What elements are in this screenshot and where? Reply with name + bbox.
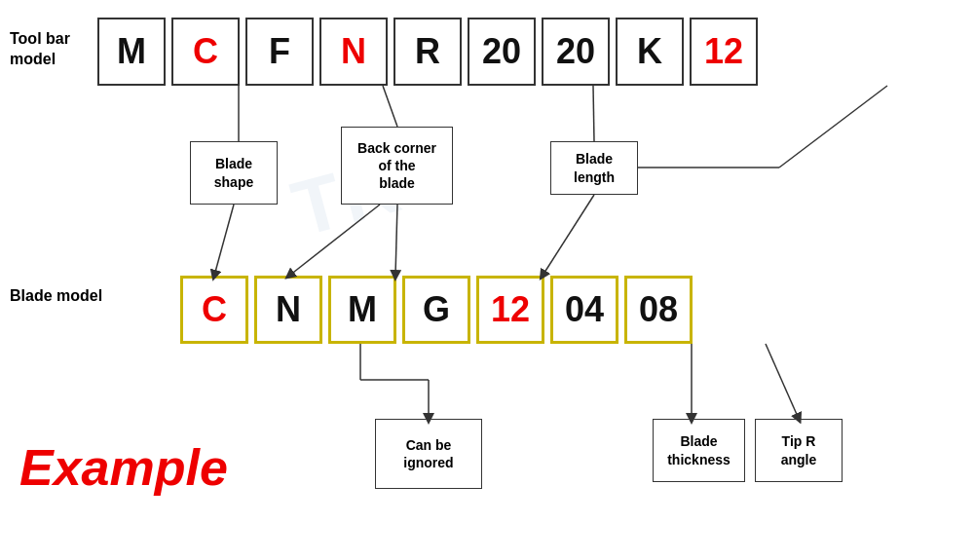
bottom-box-08: 08 [624, 276, 693, 344]
top-box-M: M [97, 18, 166, 86]
blade-shape-annotation: Bladeshape [190, 141, 278, 205]
bottom-box-12: 12 [476, 276, 544, 344]
svg-line-2 [383, 86, 397, 127]
svg-line-4 [395, 205, 397, 276]
top-box-R: R [393, 18, 462, 86]
bottom-box-N: N [254, 276, 322, 344]
top-box-F: F [245, 18, 314, 86]
top-box-20a: 20 [468, 18, 536, 86]
toolbar-label: Tool barmodel [10, 29, 70, 70]
blade-label: Blade model [10, 287, 102, 305]
blade-thickness-annotation: Bladethickness [653, 419, 745, 482]
example-text: Example [19, 438, 228, 497]
bottom-box-M: M [328, 276, 396, 344]
bottom-box-04: 04 [550, 276, 618, 344]
svg-line-5 [593, 86, 594, 141]
top-box-K: K [616, 18, 684, 86]
can-be-ignored-annotation: Can beignored [375, 419, 482, 489]
svg-line-7 [779, 86, 887, 168]
svg-line-1 [214, 205, 234, 276]
bottom-box-G: G [402, 276, 470, 344]
bottom-box-C: C [180, 276, 248, 344]
top-box-12: 12 [690, 18, 758, 86]
svg-line-3 [289, 205, 380, 276]
top-box-20b: 20 [542, 18, 610, 86]
blade-length-annotation: Bladelength [550, 141, 638, 195]
back-corner-annotation: Back cornerof theblade [341, 127, 453, 205]
svg-line-13 [766, 344, 799, 419]
svg-line-8 [543, 195, 594, 276]
top-box-N: N [319, 18, 388, 86]
top-row: M C F N R 20 20 K 12 [97, 18, 758, 86]
main-container: TKT Tool barmodel M C F N R 20 20 K 12 B… [0, 0, 974, 560]
top-box-C: C [171, 18, 240, 86]
tip-r-angle-annotation: Tip Rangle [755, 419, 843, 482]
bottom-row: C N M G 12 04 08 [180, 276, 693, 344]
